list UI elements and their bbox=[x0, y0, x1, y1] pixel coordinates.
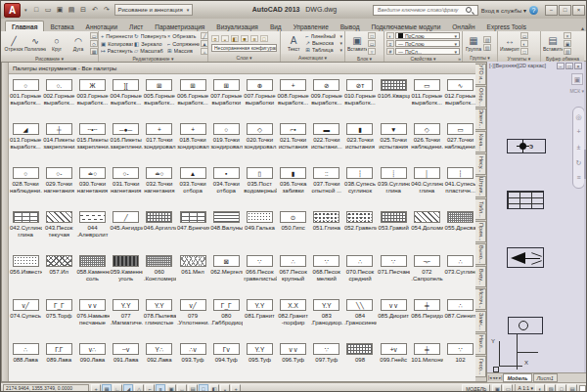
app-logo-button[interactable]: A bbox=[4, 3, 21, 18]
status-icon[interactable]: □ bbox=[557, 384, 566, 392]
palette-tool[interactable]: 056.Известняк bbox=[9, 250, 42, 294]
palette-tool[interactable]: 054.Доломит bbox=[410, 206, 443, 250]
status-toggle[interactable]: ⌐ bbox=[145, 384, 155, 392]
tab-nav-icon[interactable]: ◂ bbox=[492, 375, 494, 380]
layer-tool-icon[interactable]: ≡ bbox=[250, 35, 258, 42]
open-file-icon[interactable]: ▭ bbox=[43, 4, 54, 16]
flyout-icon[interactable]: ▿ bbox=[368, 48, 376, 55]
redo-icon[interactable]: ↷ bbox=[102, 4, 113, 16]
palette-tool[interactable]: ∵097.Туф bbox=[310, 338, 343, 382]
palette-tool[interactable]: ▼025.Точки испытания г... bbox=[377, 118, 410, 162]
tab-nav-icon[interactable]: |◂ bbox=[488, 375, 491, 380]
status-icon[interactable]: ▤ bbox=[567, 384, 577, 392]
palette-tool[interactable]: ○028.Точки наблюдени... bbox=[9, 162, 42, 206]
edit-tool-button[interactable]: ↦Растянуть bbox=[101, 47, 133, 55]
palette-tool[interactable]: ╪086.Перидотит bbox=[410, 294, 443, 338]
help-icon[interactable]: ? bbox=[529, 6, 538, 15]
ribbon-tab[interactable]: Подключаемые модули bbox=[365, 22, 446, 31]
status-icon[interactable]: ◐ bbox=[535, 384, 545, 392]
property-select[interactable]: ПоСлою▾ bbox=[395, 32, 460, 39]
palette-tool[interactable]: Y.Y078.Пылеваты глинистые п... bbox=[143, 294, 176, 338]
status-toggle[interactable]: ↔ bbox=[177, 384, 187, 392]
palette-tab[interactable]: Прим... bbox=[475, 221, 486, 242]
palette-tool[interactable]: Γ_Γ075.Торф bbox=[42, 294, 75, 338]
palette-tool[interactable]: 043.Песок текучая нас... bbox=[42, 206, 75, 250]
flyout-icon[interactable]: ▦ bbox=[90, 48, 98, 55]
palette-tool[interactable]: ─●─016.Пикеты закреплени... bbox=[110, 118, 143, 162]
palette-tool[interactable]: ∴v093.Туф bbox=[176, 338, 209, 382]
flyout-icon[interactable]: ▥ bbox=[564, 48, 571, 55]
palette-tool[interactable]: ∴088.Лава bbox=[9, 338, 42, 382]
palette-tool[interactable]: ⊠062.Мергель bbox=[209, 250, 243, 294]
property-select[interactable]: —ПоСлою▾ bbox=[395, 40, 460, 47]
flyout-icon[interactable]: ▭ bbox=[90, 32, 98, 39]
palette-tool[interactable]: +017.Точки зондировал... bbox=[143, 118, 176, 162]
status-toggle[interactable]: + bbox=[231, 384, 241, 392]
palette-tool[interactable]: 052.Гравелит bbox=[343, 206, 377, 250]
flyout-icon[interactable]: ▭ bbox=[368, 40, 376, 47]
status-icon[interactable]: ▣ bbox=[492, 384, 502, 392]
ribbon-tab[interactable]: Лист bbox=[123, 22, 149, 31]
signin-button[interactable]: Вход в службы ▾ bbox=[481, 7, 526, 14]
tab-nav-icon[interactable]: ▸| bbox=[499, 375, 502, 380]
palette-tool[interactable]: ⊞007.Горные выработки ... bbox=[209, 74, 243, 118]
flyout-icon[interactable]: ▭ bbox=[520, 32, 528, 39]
palette-tab[interactable]: Табл... bbox=[475, 198, 486, 220]
layer-tool-icon[interactable]: □ bbox=[260, 35, 268, 42]
status-toggle[interactable]: ◒ bbox=[220, 384, 230, 392]
palette-tab[interactable]: Визу... bbox=[475, 266, 486, 287]
flyout-icon[interactable]: ▣ bbox=[564, 40, 571, 47]
palette-tool[interactable]: ≐○030.Точки нагнетания ... bbox=[75, 162, 109, 206]
plot-icon[interactable]: ⊟ bbox=[78, 4, 89, 16]
measure-button[interactable]: ↔ Измерить bbox=[500, 35, 519, 52]
window-button[interactable]: × bbox=[574, 63, 582, 69]
palette-tool[interactable]: 055.Дресва bbox=[443, 206, 476, 250]
flyout-icon[interactable]: ▲ bbox=[201, 40, 208, 47]
palette-tool[interactable]: ∴087.Сиенит bbox=[443, 294, 476, 338]
window-button[interactable]: − bbox=[545, 5, 558, 16]
status-toggle[interactable]: ◧ bbox=[209, 384, 219, 392]
palette-tool[interactable]: Γ_Γ080 .Габбродиор... bbox=[209, 294, 243, 338]
ribbon-tab[interactable]: Express Tools bbox=[481, 22, 532, 31]
palette-tool[interactable]: Y.Y081.Гранит bbox=[243, 294, 276, 338]
palette-tool[interactable]: 044 .Алевролит bbox=[75, 206, 109, 250]
palette-tab[interactable]: Выно... bbox=[475, 243, 486, 265]
window-button[interactable]: − bbox=[557, 63, 564, 69]
undo-icon[interactable]: ↶ bbox=[90, 4, 101, 16]
palette-tool[interactable]: Y∴092.Лава bbox=[143, 338, 176, 382]
status-toggle[interactable]: ≡ bbox=[156, 384, 165, 392]
group-button[interactable]: ▦ Группа bbox=[465, 35, 482, 52]
palette-tool[interactable]: ╲╲084 .Граносиенит bbox=[343, 294, 377, 338]
palette-tool[interactable]: ∴070.Песок средний bbox=[343, 250, 377, 294]
flyout-icon[interactable]: ◇ bbox=[90, 40, 98, 47]
drawing-canvas[interactable]: [-][Верхняя][2D каркас] −□× ▣ МСК ▾ ◎+±↻… bbox=[487, 62, 587, 382]
palette-tool[interactable]: ┊039.Суглинок глина полу... bbox=[377, 162, 410, 206]
viewport-controls-label[interactable]: [-][Верхняя][2D каркас] bbox=[489, 63, 546, 68]
tab-nav-icon[interactable]: ▸ bbox=[496, 375, 498, 380]
app-menu-caret-icon[interactable]: ▾ bbox=[23, 7, 27, 13]
palette-tool[interactable]: ∴073.Суглинок bbox=[443, 250, 476, 294]
ribbon-tab[interactable]: Аннотации bbox=[80, 22, 124, 31]
ribbon-tab[interactable]: Параметризация bbox=[149, 22, 210, 31]
palette-tool[interactable]: ∵102 bbox=[443, 338, 476, 382]
flyout-icon[interactable]: ▵ bbox=[201, 48, 208, 55]
palette-tool[interactable]: v v096.Туф bbox=[277, 338, 310, 382]
palette-tool[interactable]: ┼014.Пикеты закреплени... bbox=[42, 118, 75, 162]
status-toggle[interactable]: □ bbox=[199, 384, 208, 392]
palette-tool[interactable]: ┆041.Супесь пластичн... bbox=[443, 162, 476, 206]
ribbon-tab[interactable]: Визуализация bbox=[210, 22, 264, 31]
palette-tool[interactable]: ▬022.Точки испытани... bbox=[310, 118, 343, 162]
layout-tab[interactable]: Модель bbox=[503, 373, 531, 382]
palette-tab[interactable]: Кана... bbox=[475, 131, 486, 152]
palette-tool[interactable]: ∴067.Песок крупный bbox=[277, 250, 310, 294]
status-toggle[interactable]: ▤ bbox=[188, 384, 198, 392]
palette-tool[interactable]: ⊙050.Гипс bbox=[277, 206, 310, 250]
layer-tool-icon[interactable]: ■ bbox=[241, 35, 248, 42]
ribbon-tab[interactable]: Онлайн bbox=[446, 22, 480, 31]
window-button[interactable]: × bbox=[572, 5, 585, 16]
palette-tool[interactable]: ⊞006.Горные выработк... bbox=[176, 74, 209, 118]
panel-title[interactable]: Слои ▾ bbox=[208, 54, 280, 62]
layer-tool-icon[interactable]: ◒ bbox=[221, 35, 229, 42]
status-toggle[interactable]: ▦ bbox=[102, 384, 112, 392]
palette-tool[interactable]: ⌐▪021.Точки испытания ... bbox=[277, 118, 310, 162]
